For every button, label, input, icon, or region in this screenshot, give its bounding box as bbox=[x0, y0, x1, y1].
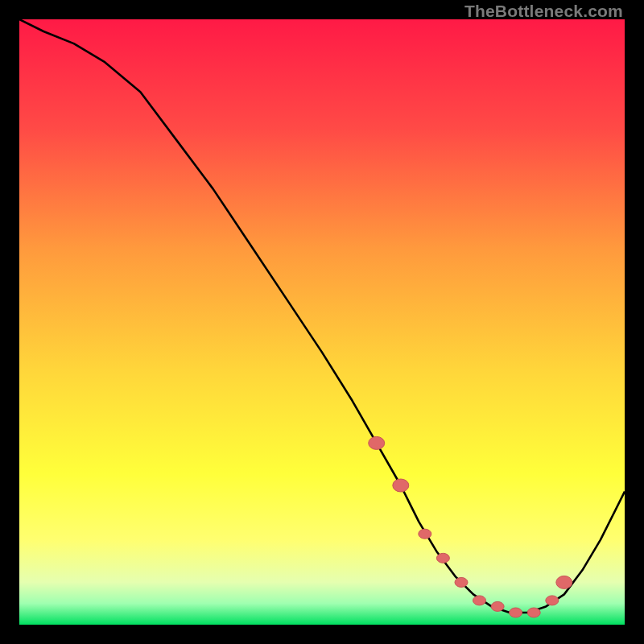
gradient-background bbox=[19, 19, 625, 625]
plot-svg bbox=[19, 19, 625, 625]
watermark-text: TheBottleneck.com bbox=[464, 2, 623, 21]
marker-point bbox=[527, 608, 540, 617]
marker-point bbox=[369, 436, 385, 449]
marker-point bbox=[455, 577, 468, 587]
marker-point bbox=[436, 553, 449, 563]
marker-point bbox=[510, 608, 522, 617]
marker-point bbox=[419, 529, 431, 539]
marker-point bbox=[393, 479, 409, 492]
plot-area bbox=[19, 19, 625, 625]
marker-point bbox=[546, 596, 559, 605]
marker-point bbox=[473, 596, 486, 605]
marker-point bbox=[491, 601, 504, 611]
chart-frame: TheBottleneck.com bbox=[0, 0, 644, 644]
marker-point bbox=[556, 576, 572, 588]
